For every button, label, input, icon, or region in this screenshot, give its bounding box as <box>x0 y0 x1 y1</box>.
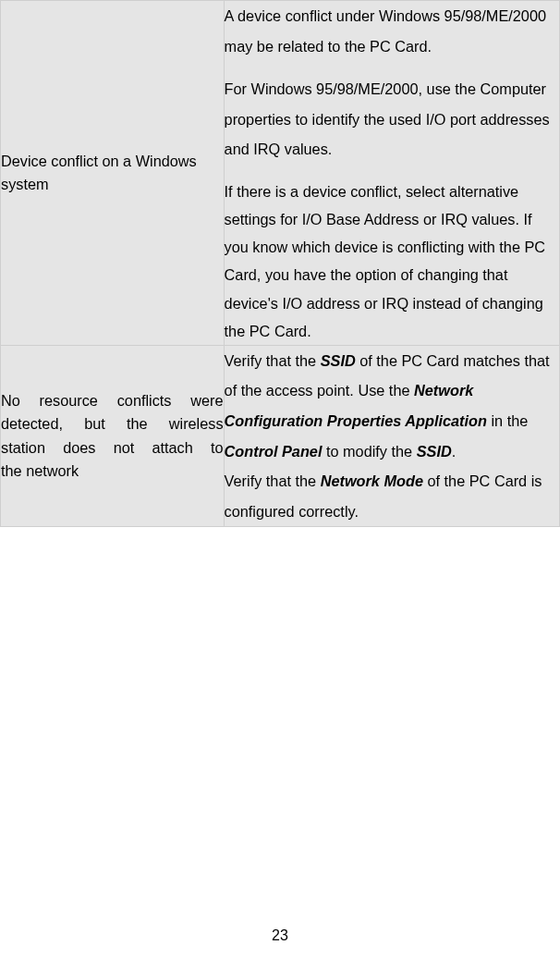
term-ssid: SSID <box>321 352 356 369</box>
text-segment: Verify that the <box>225 352 321 369</box>
text-segment: to modify the <box>322 443 416 460</box>
text-segment: . <box>452 443 457 460</box>
solution-cell: Verify that the SSID of the PC Card matc… <box>224 345 559 527</box>
term-ssid: SSID <box>417 443 452 460</box>
page-container: Device conflict on a Windows system A de… <box>0 0 560 957</box>
solution-paragraph: If there is a device conflict, select al… <box>225 178 559 345</box>
problem-cell: No resource conflicts were detected, but… <box>1 345 225 527</box>
problem-line: station does not attach to <box>1 436 224 460</box>
text-segment: Verify that the <box>225 472 321 489</box>
table-row: No resource conflicts were detected, but… <box>1 345 560 527</box>
troubleshooting-table: Device conflict on a Windows system A de… <box>0 0 560 527</box>
problem-text: Device conflict on a Windows system <box>1 150 224 197</box>
term-network-mode: Network Mode <box>321 472 423 489</box>
problem-line: No resource conflicts were <box>1 389 224 412</box>
problem-cell: Device conflict on a Windows system <box>1 1 225 346</box>
paragraph-break <box>225 61 559 74</box>
table-row: Device conflict on a Windows system A de… <box>1 1 560 346</box>
text-segment: in the <box>487 412 528 429</box>
page-number: 23 <box>0 927 560 944</box>
solution-paragraph: A device conflict under Windows 95/98/ME… <box>225 1 559 61</box>
solution-paragraph: For Windows 95/98/ME/2000, use the Compu… <box>225 74 559 165</box>
solution-cell: A device conflict under Windows 95/98/ME… <box>224 1 559 346</box>
term-control-panel: Control Panel <box>225 443 323 460</box>
solution-paragraph: Verify that the SSID of the PC Card matc… <box>225 346 559 466</box>
problem-line: detected, but the wireless <box>1 412 224 436</box>
paragraph-break <box>225 165 559 178</box>
problem-line: the network <box>1 460 224 483</box>
solution-paragraph: Verify that the Network Mode of the PC C… <box>225 466 559 526</box>
